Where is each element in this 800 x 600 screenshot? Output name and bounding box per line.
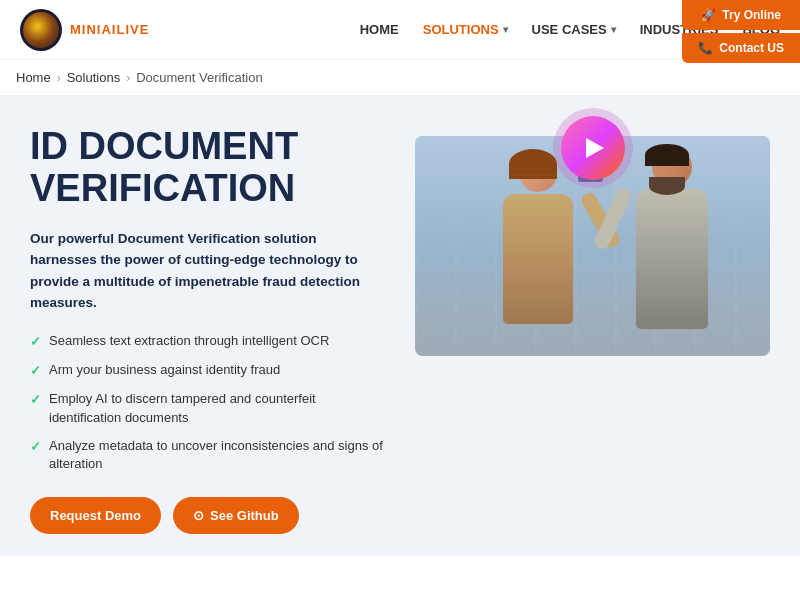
play-button[interactable]: [561, 116, 625, 180]
breadcrumb-current: Document Verification: [136, 70, 262, 85]
contact-us-button[interactable]: 📞 Contact US: [682, 33, 800, 63]
breadcrumb-sep-1: ›: [57, 71, 61, 85]
nav-home[interactable]: HOME: [360, 22, 399, 37]
header: MINIAILIVE HOME SOLUTIONS ▾ USE CASES ▾ …: [0, 0, 800, 60]
breadcrumb-sep-2: ›: [126, 71, 130, 85]
use-cases-chevron-icon: ▾: [611, 24, 616, 35]
hero-title: ID DOCUMENT VERIFICATION: [30, 126, 385, 210]
phone-icon: 📞: [698, 41, 713, 55]
solutions-chevron-icon: ▾: [503, 24, 508, 35]
features-list: ✓ Seamless text extraction through intel…: [30, 332, 385, 473]
hero-content: ID DOCUMENT VERIFICATION Our powerful Do…: [30, 126, 385, 534]
check-icon-4: ✓: [30, 438, 41, 456]
logo-text: MINIAILIVE: [70, 22, 149, 37]
logo-area[interactable]: MINIAILIVE: [20, 9, 149, 51]
play-icon: [586, 138, 604, 158]
try-online-button[interactable]: 🚀 Try Online: [682, 0, 800, 30]
logo-image: [23, 12, 59, 48]
hero-buttons: Request Demo ⊙ See Github: [30, 497, 385, 534]
feature-item-fraud: ✓ Arm your business against identity fra…: [30, 361, 385, 380]
feature-item-ocr: ✓ Seamless text extraction through intel…: [30, 332, 385, 351]
header-cta-buttons: 🚀 Try Online 📞 Contact US: [682, 0, 800, 63]
request-demo-button[interactable]: Request Demo: [30, 497, 161, 534]
feature-item-tamper: ✓ Employ AI to discern tampered and coun…: [30, 390, 385, 426]
hero-description: Our powerful Document Verification solut…: [30, 228, 385, 314]
nav-solutions[interactable]: SOLUTIONS ▾: [423, 22, 508, 37]
logo-circle: [20, 9, 62, 51]
feature-item-metadata: ✓ Analyze metadata to uncover inconsiste…: [30, 437, 385, 473]
hero-media: [415, 136, 770, 356]
rocket-icon: 🚀: [701, 8, 716, 22]
breadcrumb: Home › Solutions › Document Verification: [0, 60, 800, 96]
breadcrumb-solutions[interactable]: Solutions: [67, 70, 120, 85]
check-icon-2: ✓: [30, 362, 41, 380]
check-icon-3: ✓: [30, 391, 41, 409]
hero-section: ID DOCUMENT VERIFICATION Our powerful Do…: [0, 96, 800, 556]
nav-use-cases[interactable]: USE CASES ▾: [532, 22, 616, 37]
check-icon-1: ✓: [30, 333, 41, 351]
see-github-button[interactable]: ⊙ See Github: [173, 497, 299, 534]
breadcrumb-home[interactable]: Home: [16, 70, 51, 85]
github-icon: ⊙: [193, 508, 204, 523]
